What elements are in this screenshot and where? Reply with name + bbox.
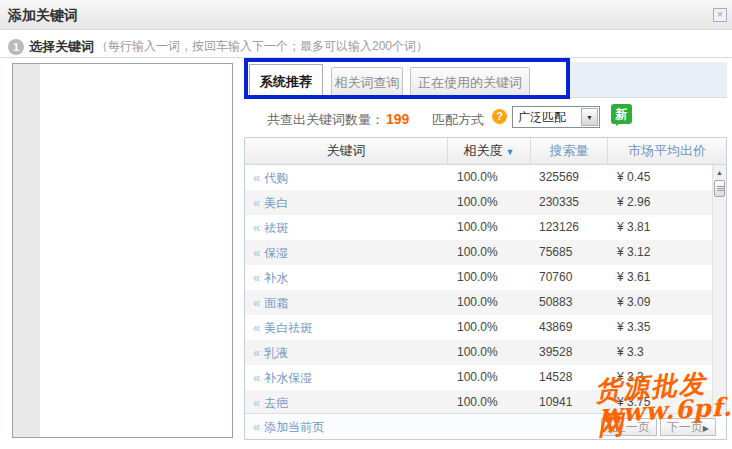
keyword-link[interactable]: 面霜 (264, 296, 288, 310)
keyword-link[interactable]: 代购 (264, 171, 288, 185)
add-left-icon[interactable]: « (253, 170, 259, 185)
chevron-down-icon[interactable]: ▼ (581, 108, 598, 126)
table-row: «补水 100.0% 70760 ¥ 3.61 (245, 265, 726, 290)
table-row: «代购 100.0% 325569 ¥ 0.45 (245, 165, 726, 190)
tab-system-recommend[interactable]: 系统推荐 (249, 64, 323, 98)
keyword-cell[interactable]: «代购 (245, 165, 448, 190)
step-header: 1 选择关键词 （每行输入一词，按回车输入下一个；最多可以输入200个词） (8, 37, 428, 56)
table-row: «面霜 100.0% 50883 ¥ 3.09 (245, 290, 726, 315)
keyword-link[interactable]: 保湿 (264, 246, 288, 260)
keyword-cell[interactable]: «美白祛斑 (245, 315, 448, 340)
search-volume-cell: 10941 (531, 390, 608, 415)
new-feature-badge: 新 (611, 104, 632, 124)
keywords-input-gutter (13, 64, 40, 437)
keyword-link[interactable]: 美白 (264, 196, 288, 210)
keyword-count: 共查出关键词数量：199 (267, 111, 409, 129)
prev-page-button[interactable]: ◀上一页 (601, 418, 657, 436)
table-row: «祛斑 100.0% 123126 ¥ 3.81 (245, 215, 726, 240)
keyword-count-value: 199 (386, 111, 409, 127)
column-header-search-volume[interactable]: 搜索量 (531, 138, 608, 164)
keywords-textarea[interactable] (40, 64, 232, 437)
add-left-icon[interactable]: « (253, 220, 259, 235)
tabstrip-background (570, 62, 727, 98)
add-current-page-link[interactable]: «添加当前页 (253, 414, 324, 440)
relevance-cell: 100.0% (448, 340, 531, 365)
keyword-cell[interactable]: «保湿 (245, 240, 448, 265)
avg-price-cell: ¥ 3.3 (608, 340, 726, 365)
add-left-icon[interactable]: « (253, 295, 259, 310)
scroll-up-icon[interactable]: ▲ (713, 166, 726, 179)
add-keywords-dialog: 添加关键词 × 1 选择关键词 （每行输入一词，按回车输入下一个；最多可以输入2… (0, 0, 732, 449)
add-left-icon: « (253, 419, 259, 434)
relevance-cell: 100.0% (448, 240, 531, 265)
relevance-cell: 100.0% (448, 215, 531, 240)
avg-price-cell: ¥ 3.81 (608, 215, 726, 240)
relevance-cell: 100.0% (448, 365, 531, 390)
keyword-link[interactable]: 美白祛斑 (264, 321, 312, 335)
next-page-button[interactable]: 下一页▶ (660, 418, 716, 436)
tab-keywords-in-use[interactable]: 正在使用的关键词 (410, 67, 530, 97)
add-left-icon[interactable]: « (253, 195, 259, 210)
column-header-relevance[interactable]: 相关度▼ (448, 138, 531, 164)
add-left-icon[interactable]: « (253, 395, 259, 410)
add-left-icon[interactable]: « (253, 270, 259, 285)
search-volume-cell: 14528 (531, 365, 608, 390)
tab-related-word-search[interactable]: 相关词查询 (331, 67, 403, 97)
help-icon[interactable]: ? (492, 109, 507, 124)
relevance-cell: 100.0% (448, 190, 531, 215)
keyword-cell[interactable]: «补水保湿 (245, 365, 448, 390)
header-divider (0, 57, 732, 58)
avg-price-cell: ¥ 3.3 (608, 365, 726, 390)
add-left-icon[interactable]: « (253, 370, 259, 385)
keyword-cell[interactable]: «补水 (245, 265, 448, 290)
avg-price-cell: ¥ 3.75 (608, 390, 726, 415)
keyword-link[interactable]: 祛斑 (264, 221, 288, 235)
prev-page-label: 上一页 (614, 420, 650, 434)
column-header-avg-price[interactable]: 市场平均出价 (608, 138, 726, 164)
search-volume-cell: 43869 (531, 315, 608, 340)
keyword-cell[interactable]: «乳液 (245, 340, 448, 365)
keyword-link[interactable]: 去疤 (264, 396, 288, 410)
avg-price-cell: ¥ 0.45 (608, 165, 726, 190)
sort-desc-icon[interactable]: ▼ (506, 147, 515, 157)
add-left-icon[interactable]: « (253, 245, 259, 260)
scrollbar-thumb[interactable] (714, 180, 725, 197)
step-hint: （每行输入一词，按回车输入下一个；最多可以输入200个词） (96, 38, 428, 55)
table-row: «乳液 100.0% 39528 ¥ 3.3 (245, 340, 726, 365)
table-row: «保湿 100.0% 75685 ¥ 3.12 (245, 240, 726, 265)
keyword-link[interactable]: 补水 (264, 271, 288, 285)
keyword-cell[interactable]: «去疤 (245, 390, 448, 415)
next-page-label: 下一页 (667, 420, 703, 434)
table-body: «代购 100.0% 325569 ¥ 0.45 «美白 100.0% 2303… (245, 165, 726, 415)
keyword-link[interactable]: 乳液 (264, 346, 288, 360)
keyword-cell[interactable]: «祛斑 (245, 215, 448, 240)
match-type-select[interactable]: 广泛匹配 ▼ (512, 106, 600, 128)
relevance-cell: 100.0% (448, 390, 531, 415)
keywords-input-box[interactable] (12, 63, 233, 438)
column-header-keyword[interactable]: 关键词 (245, 138, 448, 164)
add-left-icon[interactable]: « (253, 320, 259, 335)
step-number-badge: 1 (8, 39, 24, 55)
dialog-title: 添加关键词 (8, 0, 78, 30)
keyword-cell[interactable]: «美白 (245, 190, 448, 215)
search-volume-cell: 230335 (531, 190, 608, 215)
search-volume-cell: 50883 (531, 290, 608, 315)
search-volume-cell: 75685 (531, 240, 608, 265)
table-row: «去疤 100.0% 10941 ¥ 3.75 (245, 390, 726, 415)
search-volume-cell: 325569 (531, 165, 608, 190)
keyword-count-label: 共查出关键词数量： (267, 112, 384, 127)
relevance-cell: 100.0% (448, 290, 531, 315)
column-header-relevance-label: 相关度 (464, 143, 503, 158)
add-left-icon[interactable]: « (253, 345, 259, 360)
search-volume-cell: 70760 (531, 265, 608, 290)
dialog-titlebar: 添加关键词 × (0, 0, 732, 30)
close-icon[interactable]: × (713, 8, 727, 22)
keyword-link[interactable]: 补水保湿 (264, 371, 312, 385)
keywords-table: 关键词 相关度▼ 搜索量 市场平均出价 «代购 100.0% 325569 ¥ … (244, 137, 727, 440)
avg-price-cell: ¥ 3.35 (608, 315, 726, 340)
search-volume-cell: 123126 (531, 215, 608, 240)
table-header: 关键词 相关度▼ 搜索量 市场平均出价 (245, 138, 726, 165)
pagination: ◀上一页 下一页▶ (601, 418, 716, 436)
table-scrollbar[interactable]: ▲ ▼ (712, 165, 726, 415)
keyword-cell[interactable]: «面霜 (245, 290, 448, 315)
